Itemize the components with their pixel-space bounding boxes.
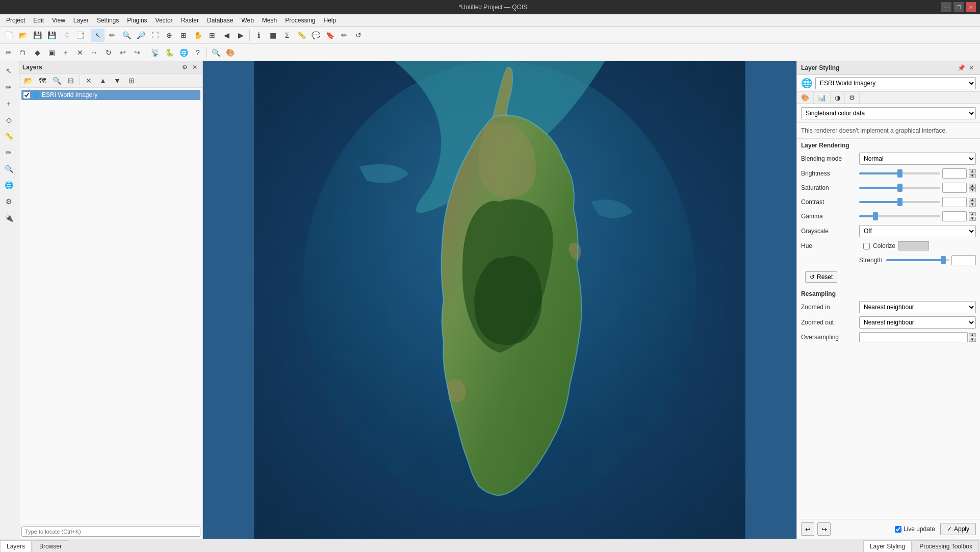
open-layer-button[interactable]: 📂 (21, 74, 35, 87)
filter-button[interactable]: ⊟ (64, 74, 78, 87)
layer-item-esri[interactable]: 🌐 ESRI World Imagery (21, 90, 200, 100)
edit-tool[interactable]: ✏ (2, 46, 15, 59)
zoom-next-tool[interactable]: ▶ (234, 29, 247, 42)
style-tab-histogram[interactable]: 📊 (814, 92, 831, 104)
tab-layers[interactable]: Layers (0, 540, 32, 552)
contrast-input[interactable]: 0 (942, 197, 967, 207)
map-canvas[interactable] (203, 61, 796, 539)
restore-button[interactable]: ❐ (953, 2, 964, 12)
save-as-button[interactable]: 💾 (45, 29, 58, 42)
layer-selector[interactable]: ESRI World Imagery (815, 77, 976, 89)
python-console-button[interactable]: 🐍 (163, 46, 176, 59)
gamma-slider[interactable] (859, 215, 940, 217)
identify-tool[interactable]: ℹ (252, 29, 265, 42)
menu-edit[interactable]: Edit (29, 16, 48, 25)
add-layer-button[interactable]: + (1, 96, 16, 111)
menu-view[interactable]: View (48, 16, 69, 25)
select-tool[interactable]: ↖ (91, 29, 105, 42)
expand-all-button[interactable]: ⊞ (125, 74, 138, 87)
zoom-selection-tool[interactable]: ⊞ (177, 29, 190, 42)
menu-plugins[interactable]: Plugins (123, 16, 151, 25)
zoom-full-tool[interactable]: ⛶ (148, 29, 162, 42)
select-features-button[interactable]: ↖ (1, 63, 16, 79)
zoom-in-tool[interactable]: 🔍 (120, 29, 133, 42)
move-feature-tool[interactable]: ↔ (88, 46, 101, 59)
gamma-input[interactable]: 1.00 (942, 211, 967, 221)
menu-project[interactable]: Project (2, 16, 29, 25)
gps-tool[interactable]: 📡 (148, 46, 162, 59)
measure-tool[interactable]: 📏 (295, 29, 308, 42)
contrast-spinner[interactable]: ▲ ▼ (969, 198, 976, 207)
digitize-tool[interactable]: ✏ (106, 29, 119, 42)
pan-map-tool[interactable]: ⊞ (205, 29, 219, 42)
style-manager-button[interactable]: 🎨 (223, 46, 237, 59)
saturation-spinner[interactable]: ▲ ▼ (969, 184, 976, 192)
redo-style-button[interactable]: ↪ (817, 522, 831, 536)
close-button[interactable]: ✕ (966, 2, 976, 12)
map-area[interactable] (203, 61, 796, 539)
saturation-input[interactable]: 0 (942, 183, 967, 193)
measure-button[interactable]: 📏 (1, 129, 16, 144)
wms-button[interactable]: 🌐 (1, 178, 16, 193)
brightness-input[interactable]: 0 (942, 168, 967, 179)
print-layout-button[interactable]: 🖨 (59, 29, 72, 42)
menu-raster[interactable]: Raster (177, 16, 203, 25)
strength-slider[interactable] (886, 259, 949, 261)
brightness-spinner[interactable]: ▲ ▼ (969, 169, 976, 178)
open-table-tool[interactable]: ▦ (266, 29, 279, 42)
tab-browser[interactable]: Browser (33, 540, 68, 552)
processing-button[interactable]: ⚙ (1, 194, 16, 209)
snapping-tool[interactable]: ⛫ (16, 46, 30, 59)
rotate-tool[interactable]: ↻ (102, 46, 115, 59)
annotate-tool[interactable]: ✏ (338, 29, 351, 42)
menu-settings[interactable]: Settings (93, 16, 123, 25)
apply-button[interactable]: ✓ Apply (940, 523, 976, 535)
statistics-tool[interactable]: Σ (280, 29, 294, 42)
reset-button[interactable]: ↺ Reset (805, 271, 837, 283)
refresh-tool[interactable]: ↺ (352, 29, 365, 42)
tab-layer-styling[interactable]: Layer Styling (863, 540, 912, 552)
gamma-spinner[interactable]: ▲ ▼ (969, 212, 976, 221)
plugins-side-button[interactable]: 🔌 (1, 210, 16, 225)
style-tab-paint[interactable]: 🎨 (797, 92, 814, 104)
styling-close-button[interactable]: ✕ (967, 63, 976, 72)
undo-button[interactable]: ↩ (116, 46, 130, 59)
grayscale-select[interactable]: Off (859, 225, 976, 237)
menu-web[interactable]: Web (237, 16, 257, 25)
strength-input[interactable]: 100% (951, 255, 976, 265)
zoom-previous-tool[interactable]: ◀ (220, 29, 233, 42)
map-tips-tool[interactable]: 💬 (309, 29, 322, 42)
layer-visibility-checkbox[interactable] (23, 92, 30, 98)
locator-button[interactable]: 🔍 (209, 46, 222, 59)
saturation-slider[interactable] (859, 187, 940, 189)
zoomed-out-select[interactable]: Nearest neighbour (859, 316, 976, 329)
colorize-color-picker[interactable] (898, 241, 929, 250)
redo-button[interactable]: ↪ (131, 46, 144, 59)
browser-panel-button[interactable]: 🌐 (177, 46, 190, 59)
menu-database[interactable]: Database (203, 16, 237, 25)
move-up-button[interactable]: ▲ (96, 74, 110, 87)
menu-vector[interactable]: Vector (151, 16, 177, 25)
menu-layer[interactable]: Layer (69, 16, 93, 25)
menu-processing[interactable]: Processing (281, 16, 319, 25)
delete-feature-tool[interactable]: ✕ (73, 46, 87, 59)
open-project-button[interactable]: 📂 (16, 29, 30, 42)
live-update-checkbox[interactable] (895, 526, 901, 533)
menu-help[interactable]: Help (320, 16, 341, 25)
pan-tool[interactable]: ✋ (191, 29, 204, 42)
undo-style-button[interactable]: ↩ (801, 522, 814, 536)
add-raster-button[interactable]: 🗺 (36, 74, 49, 87)
new-project-button[interactable]: 📄 (2, 29, 15, 42)
zoom-out-tool[interactable]: 🔎 (134, 29, 147, 42)
layers-panel-close[interactable]: ✕ (190, 63, 199, 72)
oversampling-spinner[interactable]: ▲ ▼ (969, 333, 976, 342)
zoom-layer-tool[interactable]: ⊕ (163, 29, 176, 42)
annotate-button[interactable]: ✏ (1, 145, 16, 160)
colorize-checkbox[interactable] (863, 243, 870, 249)
tab-processing-toolbox[interactable]: Processing Toolbox (913, 540, 979, 552)
contrast-slider[interactable] (859, 201, 940, 203)
brightness-slider[interactable] (859, 172, 940, 174)
styling-pin-button[interactable]: 📌 (957, 63, 966, 72)
search-input[interactable] (21, 526, 200, 537)
renderer-select[interactable]: Singleband color data (801, 107, 976, 119)
